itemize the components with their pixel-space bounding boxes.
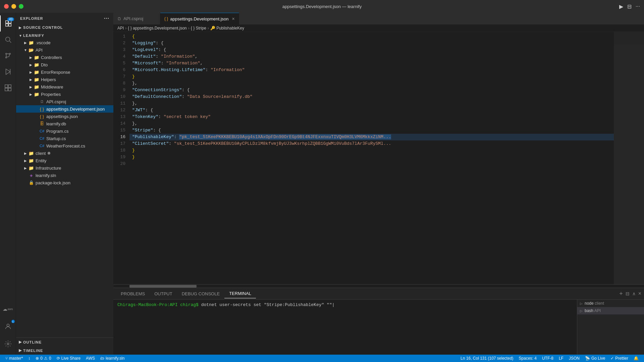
bash-terminal-label: bash API: [585, 308, 601, 313]
db-icon: 🗄: [39, 121, 45, 126]
status-errors[interactable]: ⊗ 0 ⚠ 0: [33, 355, 54, 362]
tree-item-startup[interactable]: ▶ C# Startup.cs: [16, 135, 113, 142]
properties-label: Properties: [41, 92, 61, 97]
tree-item-learnifydb[interactable]: ▶ 🗄 learnify.db: [16, 120, 113, 127]
breadcrumb-sep2: ›: [188, 26, 190, 31]
settings-activity-icon[interactable]: [0, 336, 16, 352]
status-golive[interactable]: 📡 Go Live: [582, 355, 608, 362]
tree-item-packagelock[interactable]: ▶ 🔒 package-lock.json: [16, 179, 113, 186]
tree-item-client[interactable]: ▶ 📁 client: [16, 149, 113, 157]
sidebar-header-actions[interactable]: ···: [104, 15, 109, 21]
status-notifications[interactable]: 🔔: [631, 355, 641, 362]
horizontal-scrollbar[interactable]: [113, 284, 644, 288]
tree-item-infrastructure[interactable]: ▶ 📁 Infrastructure: [16, 164, 113, 172]
tab-close-icon[interactable]: ×: [232, 16, 235, 21]
maximize-button[interactable]: [19, 4, 23, 9]
panel-tab-terminal[interactable]: TERMINAL: [224, 289, 256, 298]
golive-icon: 📡: [585, 356, 590, 361]
status-prettier[interactable]: ✓ Prettier: [608, 355, 631, 362]
status-lineending[interactable]: LF: [556, 355, 566, 362]
panel-list-bash[interactable]: ▷ bash API: [577, 307, 644, 314]
collapse-panel-icon[interactable]: ∧: [632, 291, 636, 296]
tree-item-middleware[interactable]: ▶ 📁 Middleware: [16, 83, 113, 90]
status-aws[interactable]: AWS: [83, 355, 98, 362]
panel-tab-problems[interactable]: PROBLEMS: [116, 289, 150, 298]
json-dev-icon: { }: [39, 107, 45, 112]
tab-appsettings-dev[interactable]: { } appsettings.Development.json ×: [160, 13, 239, 24]
golive-label: Go Live: [591, 356, 605, 361]
minimize-button[interactable]: [11, 4, 16, 9]
panel-tab-debug[interactable]: DEBUG CONSOLE: [177, 289, 224, 298]
warning-count: 0: [49, 356, 51, 361]
status-branch[interactable]: ⑂ master*: [3, 355, 25, 362]
tree-item-api[interactable]: ▼ 📂 API: [16, 46, 113, 54]
tree-item-sln[interactable]: ▶ ◈ learnify.sln: [16, 172, 113, 179]
breadcrumb-file[interactable]: { } appsettings.Development.json: [128, 26, 186, 31]
run-activity-icon[interactable]: [0, 64, 16, 80]
code-editor[interactable]: 12345 678910 1112131415 1617181920 { "Lo…: [113, 32, 644, 284]
dto-label: Dto: [41, 62, 48, 67]
breadcrumb-api[interactable]: API: [117, 26, 124, 31]
outline-header[interactable]: ▶ OUTLINE: [16, 338, 113, 346]
timeline-header[interactable]: ▶ TIMELINE: [16, 346, 113, 355]
learnify-project-header[interactable]: ▼ LEARNIFY: [16, 32, 113, 39]
scm-activity-icon[interactable]: [0, 48, 16, 64]
tree-item-entity[interactable]: ▶ 📁 Entity: [16, 157, 113, 164]
code-content[interactable]: { "Logging": { "LogLevel": { "Default": …: [129, 32, 614, 284]
sln-label: learnify.sln: [36, 173, 56, 178]
close-panel-icon[interactable]: ×: [638, 291, 641, 297]
search-activity-icon[interactable]: [0, 32, 16, 48]
account-activity-icon[interactable]: 1: [0, 318, 16, 335]
terminal-content[interactable]: Chirags-MacBook-Pro:API chirag$ dotnet u…: [113, 300, 577, 355]
status-sync[interactable]: ↕: [25, 355, 33, 362]
explorer-activity-icon[interactable]: 49: [0, 15, 16, 32]
sync-icon: ↕: [28, 356, 30, 361]
add-terminal-icon[interactable]: +: [619, 290, 623, 297]
tree-item-helpers[interactable]: ▶ 📁 Helpers: [16, 76, 113, 83]
status-project[interactable]: 🗁 learnify.sln: [98, 355, 127, 362]
status-encoding[interactable]: UTF-8: [539, 355, 556, 362]
panel-list-node[interactable]: ▷ node client: [577, 300, 644, 307]
code-line-14: },: [129, 120, 614, 127]
tree-item-appsettings-dev[interactable]: ▶ { } appsettings.Development.json: [16, 105, 113, 113]
code-line-12: "JWT": {: [129, 107, 614, 114]
error-icon: ⊗: [36, 356, 39, 361]
tree-item-vscode[interactable]: ▶ 📁 .vscode: [16, 39, 113, 46]
tab-apicsproj[interactable]: 🗋 API.csproj: [113, 13, 160, 24]
tree-item-appsettings[interactable]: ▶ { } appsettings.json: [16, 113, 113, 120]
run-icon[interactable]: ▶: [619, 3, 623, 10]
entity-folder-icon: 📁: [28, 158, 34, 163]
panel-tab-output[interactable]: OUTPUT: [150, 289, 177, 298]
tree-item-apicsproj[interactable]: ▶ 🗋 API.csproj: [16, 98, 113, 105]
svg-point-6: [5, 53, 7, 55]
infrastructure-folder-icon: 📁: [28, 166, 34, 171]
layout-icon[interactable]: ⊟: [627, 3, 632, 10]
tree-item-controllers[interactable]: ▶ 📁 Controllers: [16, 54, 113, 61]
breadcrumb-stripe[interactable]: { } Stripe: [191, 26, 206, 31]
aws-label: AWS: [86, 356, 95, 361]
tree-item-program[interactable]: ▶ C# Program.cs: [16, 127, 113, 135]
tree-item-dto[interactable]: ▶ 📁 Dto: [16, 61, 113, 68]
status-spaces[interactable]: Spaces: 4: [516, 355, 539, 362]
apicsproj-tab-icon: 🗋: [117, 16, 121, 21]
prettier-label: Prettier: [615, 356, 628, 361]
breadcrumb-key[interactable]: 🔑 PublishableKey: [210, 26, 244, 31]
tree-item-errorresponse[interactable]: ▶ 📁 ErrorResponse: [16, 68, 113, 76]
more-actions-icon[interactable]: ···: [104, 15, 109, 21]
close-button[interactable]: [4, 4, 9, 9]
split-terminal-icon[interactable]: ⊟: [626, 291, 630, 296]
svg-rect-0: [5, 21, 8, 23]
svg-rect-3: [8, 24, 11, 26]
more-icon[interactable]: ···: [636, 3, 640, 9]
status-language[interactable]: JSON: [566, 355, 582, 362]
source-control-header[interactable]: ▶ SOURCE CONTROL: [16, 24, 113, 31]
status-position[interactable]: Ln 16, Col 131 (107 selected): [458, 355, 516, 362]
activity-bar: 49 ☁ aws 1: [0, 13, 16, 355]
code-line-13: "TokenKey": "secret token key": [129, 114, 614, 120]
remote-activity-icon[interactable]: ☁ aws: [0, 301, 16, 317]
sidebar: EXPLORER ··· ▶ SOURCE CONTROL ▼ LEARNIFY…: [16, 13, 113, 355]
status-liveshare[interactable]: ⟳ Live Share: [54, 355, 83, 362]
tree-item-properties[interactable]: ▶ 📁 Properties: [16, 90, 113, 98]
extensions-activity-icon[interactable]: [0, 80, 16, 96]
tree-item-weather[interactable]: ▶ C# WeatherForecast.cs: [16, 142, 113, 149]
